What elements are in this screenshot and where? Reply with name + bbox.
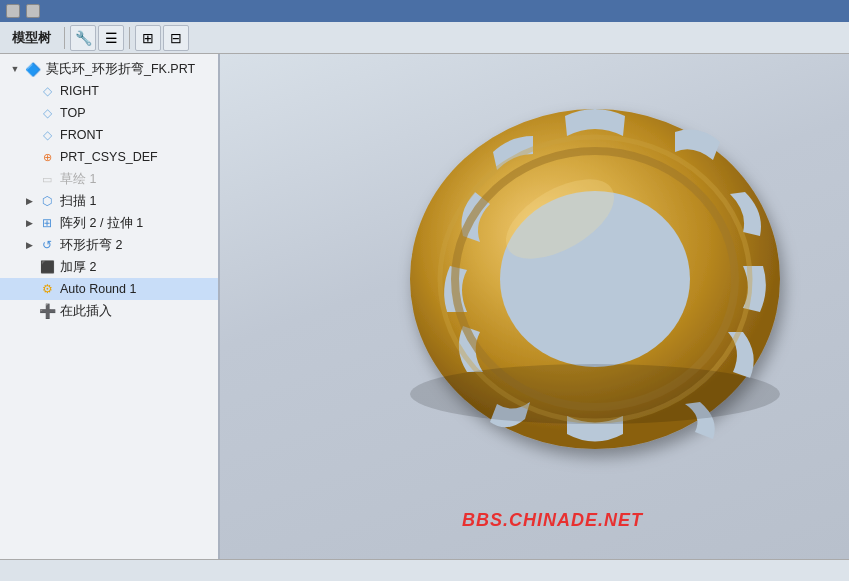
maximize-button[interactable]	[26, 4, 40, 18]
tree-label-fold2: 环形折弯 2	[60, 237, 122, 254]
tree-item-thicken2[interactable]: ⬛ 加厚 2	[0, 256, 218, 278]
plane-icon-top: ◇	[38, 104, 56, 122]
autoround-expand	[22, 282, 36, 296]
thicken-icon: ⬛	[38, 258, 56, 276]
svg-point-5	[410, 364, 780, 424]
toolbar: 模型树 🔧 ☰ ⊞ ⊟	[0, 22, 849, 54]
app-container: 模型树 🔧 ☰ ⊞ ⊟ ▼ 🔷 莫氏环_环形折弯_FK.PRT	[0, 0, 849, 581]
toolbar-separator-1	[64, 27, 65, 49]
main-content: ▼ 🔷 莫氏环_环形折弯_FK.PRT ◇ RIGHT ◇ TOP	[0, 54, 849, 559]
tree-item-top[interactable]: ◇ TOP	[0, 102, 218, 124]
tree-label-sketch1: 草绘 1	[60, 171, 96, 188]
root-expand-icon[interactable]: ▼	[8, 62, 22, 76]
viewport[interactable]: BBS.CHINADE.NET	[220, 54, 849, 559]
tree-label-autoround: Auto Round 1	[60, 282, 136, 296]
tree-item-autoround[interactable]: ⚙ Auto Round 1	[0, 278, 218, 300]
tree-label-thicken2: 加厚 2	[60, 259, 96, 276]
top-expand	[22, 106, 36, 120]
columns-button[interactable]: ⊟	[163, 25, 189, 51]
tree-label-right: RIGHT	[60, 84, 99, 98]
tree-label-pattern1: 阵列 2 / 拉伸 1	[60, 215, 143, 232]
insert-icon: ➕	[38, 302, 56, 320]
csys-expand	[22, 150, 36, 164]
pattern-icon: ⊞	[38, 214, 56, 232]
model-icon: 🔷	[24, 60, 42, 78]
sweep1-expand[interactable]: ▶	[22, 194, 36, 208]
front-expand	[22, 128, 36, 142]
right-expand	[22, 84, 36, 98]
tree-item-sweep1[interactable]: ▶ ⬡ 扫描 1	[0, 190, 218, 212]
tree-label-top: TOP	[60, 106, 85, 120]
minimize-button[interactable]	[6, 4, 20, 18]
pattern1-expand[interactable]: ▶	[22, 216, 36, 230]
fold-icon: ↺	[38, 236, 56, 254]
model-tree-label: 模型树	[4, 29, 59, 47]
tree-label-front: FRONT	[60, 128, 103, 142]
sketch-icon: ▭	[38, 170, 56, 188]
plane-icon-front: ◇	[38, 126, 56, 144]
tree-item-right[interactable]: ◇ RIGHT	[0, 80, 218, 102]
title-bar	[0, 0, 849, 22]
columns-icon: ⊟	[170, 30, 182, 46]
tree-item-pattern1[interactable]: ▶ ⊞ 阵列 2 / 拉伸 1	[0, 212, 218, 234]
ring-3d-model	[375, 64, 835, 524]
sketch1-expand	[22, 172, 36, 186]
tree-label-sweep1: 扫描 1	[60, 193, 96, 210]
filter-icon: ⊞	[142, 30, 154, 46]
list-icon: ☰	[105, 30, 118, 46]
tree-label-csys: PRT_CSYS_DEF	[60, 150, 158, 164]
tree-item-front[interactable]: ◇ FRONT	[0, 124, 218, 146]
tree-item-csys[interactable]: ⊕ PRT_CSYS_DEF	[0, 146, 218, 168]
autoround-icon: ⚙	[38, 280, 56, 298]
csys-icon: ⊕	[38, 148, 56, 166]
filter-button[interactable]: ⊞	[135, 25, 161, 51]
tree-item-fold2[interactable]: ▶ ↺ 环形折弯 2	[0, 234, 218, 256]
tree-content[interactable]: ▼ 🔷 莫氏环_环形折弯_FK.PRT ◇ RIGHT ◇ TOP	[0, 54, 218, 559]
sidebar: ▼ 🔷 莫氏环_环形折弯_FK.PRT ◇ RIGHT ◇ TOP	[0, 54, 220, 559]
fold2-expand[interactable]: ▶	[22, 238, 36, 252]
tree-item-sketch1[interactable]: ▭ 草绘 1	[0, 168, 218, 190]
tree-item-insert[interactable]: ➕ 在此插入	[0, 300, 218, 322]
toolbar-separator-2	[129, 27, 130, 49]
tree-root-item[interactable]: ▼ 🔷 莫氏环_环形折弯_FK.PRT	[0, 58, 218, 80]
sweep-icon: ⬡	[38, 192, 56, 210]
settings-icon: 🔧	[75, 30, 92, 46]
plane-icon-right: ◇	[38, 82, 56, 100]
insert-expand	[22, 304, 36, 318]
tree-label-insert: 在此插入	[60, 303, 112, 320]
thicken2-expand	[22, 260, 36, 274]
tree-root-label: 莫氏环_环形折弯_FK.PRT	[46, 61, 195, 78]
status-bar	[0, 559, 849, 581]
settings-button[interactable]: 🔧	[70, 25, 96, 51]
list-button[interactable]: ☰	[98, 25, 124, 51]
watermark: BBS.CHINADE.NET	[462, 510, 643, 531]
